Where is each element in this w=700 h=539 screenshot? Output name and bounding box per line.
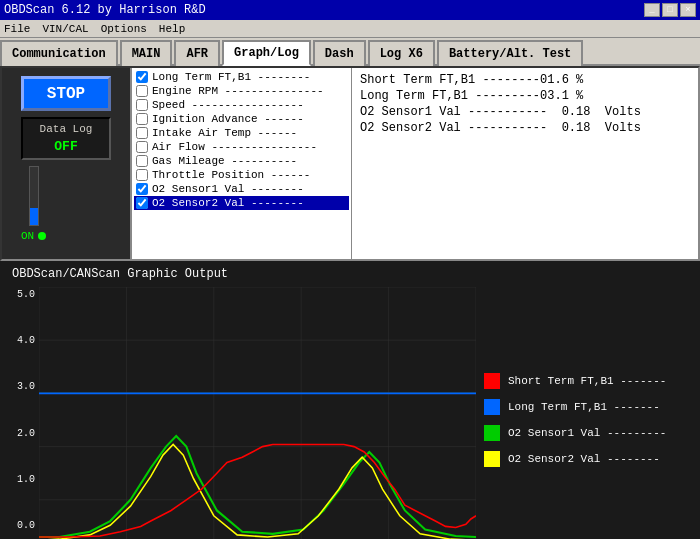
menu-bar: File VIN/CAL Options Help (0, 20, 700, 38)
tab-logx6[interactable]: Log X6 (368, 40, 435, 66)
gauge-bar (29, 166, 39, 226)
legend-label-2: O2 Sensor1 Val --------- (508, 427, 666, 439)
check-item-2[interactable]: Speed ----------------- (134, 98, 349, 112)
tab-bar: Communication MAIN AFR Graph/Log Dash Lo… (0, 38, 700, 66)
window-title: OBDScan 6.12 by Harrison R&D (4, 3, 206, 17)
maximize-button[interactable]: □ (662, 3, 678, 17)
legend-item-0: Short Term FT,B1 ------- (484, 373, 688, 389)
legend-color-blue (484, 399, 500, 415)
checkbox-7[interactable] (136, 169, 148, 181)
check-item-6[interactable]: Gas Mileage ---------- (134, 154, 349, 168)
tab-communication[interactable]: Communication (0, 40, 118, 66)
checkbox-8[interactable] (136, 183, 148, 195)
checkbox-0[interactable] (136, 71, 148, 83)
check-item-7[interactable]: Throttle Position ------ (134, 168, 349, 182)
data-line-0: Short Term FT,B1 --------01.6 % (360, 72, 690, 88)
title-bar-controls: _ □ × (644, 3, 696, 17)
title-bar: OBDScan 6.12 by Harrison R&D _ □ × (0, 0, 700, 20)
data-line-3: O2 Sensor2 Val ----------- 0.18 Volts (360, 120, 690, 136)
minimize-button[interactable]: _ (644, 3, 660, 17)
toggle-area: ON (21, 166, 111, 242)
checkbox-2[interactable] (136, 99, 148, 111)
menu-vincal[interactable]: VIN/CAL (42, 23, 88, 35)
menu-help[interactable]: Help (159, 23, 185, 35)
graph-area: 5.0 4.0 3.0 2.0 1.0 0.0 (4, 287, 476, 539)
checkbox-5[interactable] (136, 141, 148, 153)
legend-label-0: Short Term FT,B1 ------- (508, 375, 666, 387)
check-item-8[interactable]: O2 Sensor1 Val -------- (134, 182, 349, 196)
check-item-3[interactable]: Ignition Advance ------ (134, 112, 349, 126)
stop-button[interactable]: STOP (21, 76, 111, 111)
legend-color-green (484, 425, 500, 441)
legend-item-1: Long Term FT,B1 ------- (484, 399, 688, 415)
on-indicator: ON (21, 230, 46, 242)
gauge-fill (30, 208, 38, 225)
checkbox-4[interactable] (136, 127, 148, 139)
y-label-40: 4.0 (4, 335, 39, 346)
checklist-panel[interactable]: Long Term FT,B1 -------- Engine RPM ----… (132, 68, 352, 259)
tab-graphlog[interactable]: Graph/Log (222, 40, 311, 66)
check-item-4[interactable]: Intake Air Temp ------ (134, 126, 349, 140)
legend-label-3: O2 Sensor2 Val -------- (508, 453, 660, 465)
checkbox-3[interactable] (136, 113, 148, 125)
data-line-2: O2 Sensor1 Val ----------- 0.18 Volts (360, 104, 690, 120)
on-dot (38, 232, 46, 240)
y-label-50: 5.0 (4, 289, 39, 300)
close-button[interactable]: × (680, 3, 696, 17)
svg-graph (39, 287, 476, 539)
graph-content: 5.0 4.0 3.0 2.0 1.0 0.0 (4, 287, 696, 539)
tab-main[interactable]: MAIN (120, 40, 173, 66)
y-label-10: 1.0 (4, 474, 39, 485)
control-panel: STOP Data Log OFF ON (2, 68, 132, 259)
checkbox-1[interactable] (136, 85, 148, 97)
y-label-30: 3.0 (4, 381, 39, 392)
check-item-9[interactable]: O2 Sensor2 Val -------- (134, 196, 349, 210)
data-line-1: Long Term FT,B1 ---------03.1 % (360, 88, 690, 104)
menu-options[interactable]: Options (101, 23, 147, 35)
data-log-status: OFF (27, 139, 105, 154)
y-axis: 5.0 4.0 3.0 2.0 1.0 0.0 (4, 287, 39, 533)
y-label-20: 2.0 (4, 428, 39, 439)
data-display: Short Term FT,B1 --------01.6 % Long Ter… (352, 68, 698, 259)
menu-file[interactable]: File (4, 23, 30, 35)
top-panel: STOP Data Log OFF ON (0, 66, 700, 261)
graph-legend: Short Term FT,B1 ------- Long Term FT,B1… (476, 287, 696, 539)
data-log-box: Data Log OFF (21, 117, 111, 160)
data-log-label: Data Log (27, 123, 105, 135)
main-content: STOP Data Log OFF ON (0, 66, 700, 539)
checkbox-6[interactable] (136, 155, 148, 167)
legend-color-yellow (484, 451, 500, 467)
graph-panel: OBDScan/CANScan Graphic Output 5.0 4.0 3… (0, 261, 700, 539)
graph-title: OBDScan/CANScan Graphic Output (4, 265, 696, 283)
legend-label-1: Long Term FT,B1 ------- (508, 401, 660, 413)
check-item-1[interactable]: Engine RPM --------------- (134, 84, 349, 98)
check-item-5[interactable]: Air Flow ---------------- (134, 140, 349, 154)
tab-dash[interactable]: Dash (313, 40, 366, 66)
tab-battery[interactable]: Battery/Alt. Test (437, 40, 583, 66)
legend-item-3: O2 Sensor2 Val -------- (484, 451, 688, 467)
tab-afr[interactable]: AFR (174, 40, 220, 66)
y-label-00: 0.0 (4, 520, 39, 531)
checkbox-9[interactable] (136, 197, 148, 209)
legend-item-2: O2 Sensor1 Val --------- (484, 425, 688, 441)
legend-color-red (484, 373, 500, 389)
check-item-0[interactable]: Long Term FT,B1 -------- (134, 70, 349, 84)
